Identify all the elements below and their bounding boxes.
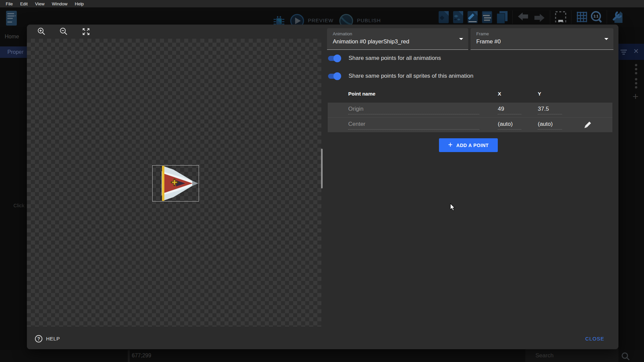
svg-text:1:1: 1:1 xyxy=(594,14,599,18)
help-button[interactable]: ? HELP xyxy=(35,335,60,342)
redo-icon[interactable] xyxy=(532,11,546,23)
help-label: HELP xyxy=(46,336,60,341)
grid-icon[interactable] xyxy=(575,10,588,24)
toggle-switch[interactable] xyxy=(328,74,340,79)
editor-toolbar-icons: 1:1 xyxy=(438,9,623,25)
toolbar-divider xyxy=(607,10,607,24)
scene-properties-icon[interactable] xyxy=(438,10,450,24)
filter-icon[interactable] xyxy=(620,49,628,55)
cursor-coordinates: 677;299 xyxy=(132,353,151,359)
edit-pencil-icon[interactable] xyxy=(582,120,592,130)
zoom-original-icon[interactable]: 1:1 xyxy=(590,10,603,24)
objects-list-icon[interactable] xyxy=(452,10,464,24)
player-ship-sprite[interactable] xyxy=(153,166,199,201)
frame-select-value: Frame #0 xyxy=(476,38,501,45)
chevron-down-icon xyxy=(604,38,609,40)
points-table: Origin 49 37.5 Center (auto) (auto) xyxy=(328,103,612,132)
edit-scene-icon[interactable] xyxy=(467,10,479,24)
app-window: File Edit View Window Help xyxy=(0,0,644,362)
project-settings-wrench-icon[interactable] xyxy=(611,10,623,24)
external-layouts-icon[interactable] xyxy=(495,10,508,24)
point-y-field[interactable]: 37.5 xyxy=(538,106,562,114)
events-sheet-icon[interactable] xyxy=(481,10,493,24)
frame-select[interactable]: Frame Frame #0 xyxy=(471,28,613,50)
toggle-label: Share same points for all animations xyxy=(349,55,441,62)
column-header-x: X xyxy=(498,91,501,99)
point-y-field[interactable]: (auto) xyxy=(538,121,562,130)
point-x-field[interactable]: (auto) xyxy=(498,121,521,130)
point-x-field[interactable]: 49 xyxy=(498,106,521,114)
close-panel-icon[interactable]: ✕ xyxy=(633,47,639,55)
sprite-canvas[interactable] xyxy=(27,39,321,327)
canvas-toolbar xyxy=(27,25,323,39)
close-button[interactable]: CLOSE xyxy=(582,333,608,344)
preview-label[interactable]: PREVIEW xyxy=(308,17,333,23)
panel-header-strip: ✕ xyxy=(618,44,644,60)
zoom-in-icon[interactable] xyxy=(37,27,46,36)
add-panel-icon[interactable]: + xyxy=(633,91,639,102)
column-header-point-name: Point name xyxy=(348,91,375,99)
animation-select[interactable]: Animation Animation #0 playerShip3_red xyxy=(327,28,468,50)
toolbar-divider xyxy=(571,10,571,24)
toggle-switch[interactable] xyxy=(328,56,340,61)
dialog-footer: ? HELP CLOSE xyxy=(27,328,618,349)
toggle-share-all-animations[interactable]: Share same points for all animations xyxy=(328,55,441,62)
menu-file[interactable]: File xyxy=(2,1,16,6)
menu-help[interactable]: Help xyxy=(71,1,88,6)
mouse-cursor xyxy=(450,203,457,212)
animation-select-value: Animation #0 playerShip3_red xyxy=(333,38,409,45)
frame-select-label: Frame xyxy=(476,31,489,36)
properties-hint-text: Click xyxy=(13,203,25,208)
status-bar: 677;299 Search xyxy=(0,350,644,362)
menu-window[interactable]: Window xyxy=(48,1,71,6)
kebab-menu-icon[interactable] xyxy=(635,78,637,88)
main-toolbar: PREVIEW PUBLISH xyxy=(0,7,644,27)
menu-bar: File Edit View Window Help xyxy=(0,0,644,7)
toggle-label: Share same points for all sprites of thi… xyxy=(349,73,473,79)
publish-label[interactable]: PUBLISH xyxy=(357,17,381,23)
plus-icon: + xyxy=(448,140,452,149)
tab-home[interactable]: Home xyxy=(5,34,19,40)
toggle-share-all-sprites[interactable]: Share same points for all sprites of thi… xyxy=(328,73,473,79)
status-divider xyxy=(128,350,130,362)
point-name-field[interactable]: Center xyxy=(348,121,479,130)
edit-points-dialog: Animation Animation #0 playerShip3_red F… xyxy=(27,25,618,349)
tab-properties-label: Proper xyxy=(7,49,24,55)
point-name-field[interactable]: Origin xyxy=(348,106,479,114)
search-input[interactable]: Search xyxy=(535,352,554,359)
menu-edit[interactable]: Edit xyxy=(16,1,31,6)
question-circle-icon: ? xyxy=(35,335,42,342)
column-header-y: Y xyxy=(538,91,541,99)
add-a-point-button[interactable]: + ADD A POINT xyxy=(439,138,498,152)
mask-icon[interactable] xyxy=(554,10,567,24)
table-row-origin[interactable]: Origin 49 37.5 xyxy=(328,103,612,117)
zoom-out-icon[interactable] xyxy=(59,27,69,36)
chevron-down-icon xyxy=(459,38,464,40)
search-icon[interactable] xyxy=(621,352,630,361)
tab-properties[interactable]: Proper xyxy=(0,46,27,58)
kebab-menu-icon[interactable] xyxy=(635,64,637,74)
undo-icon[interactable] xyxy=(517,11,530,23)
points-panel: Animation Animation #0 playerShip3_red F… xyxy=(323,25,618,328)
fit-view-icon[interactable] xyxy=(81,27,91,36)
project-manager-icon[interactable] xyxy=(5,10,17,26)
toolbar-divider xyxy=(550,10,550,24)
menu-view[interactable]: View xyxy=(31,1,48,6)
toolbar-divider xyxy=(512,10,513,24)
sprite-selection-frame[interactable] xyxy=(152,165,199,202)
table-row-center[interactable]: Center (auto) (auto) xyxy=(328,117,612,132)
animation-select-label: Animation xyxy=(333,31,352,36)
add-a-point-label: ADD A POINT xyxy=(456,143,489,148)
